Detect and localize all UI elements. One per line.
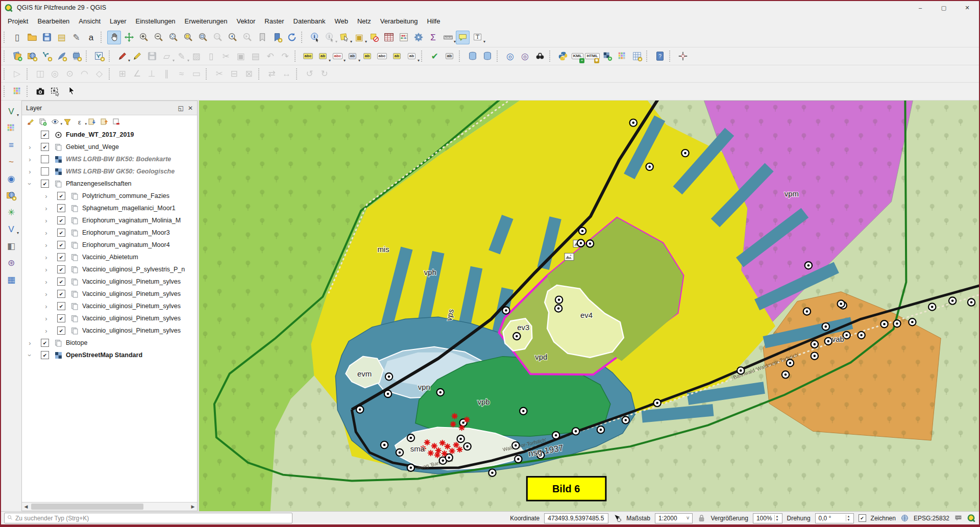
layer-visibility-checkbox[interactable]: ✔ xyxy=(57,290,65,298)
kml-export-icon[interactable]: KML+ xyxy=(571,49,584,63)
asterisk-tool-icon[interactable]: ✳ xyxy=(5,206,18,219)
magnifier-spinbox[interactable]: 100%▲▼ xyxy=(753,513,782,523)
scroll-right-icon[interactable]: ▶ xyxy=(189,504,197,509)
menu-projekt[interactable]: Projekt xyxy=(3,15,33,27)
new-print-layout-icon[interactable]: a xyxy=(84,31,98,44)
layer-item[interactable]: ✔Funde_WT_2017_2019 xyxy=(22,129,197,141)
expander-icon[interactable]: › xyxy=(42,229,50,237)
add-group-icon[interactable] xyxy=(38,117,48,127)
minimize-button[interactable]: – xyxy=(909,1,932,14)
menu-layer[interactable]: Layer xyxy=(105,15,131,27)
pan-to-selection-icon[interactable] xyxy=(122,31,136,44)
layer-visibility-checkbox[interactable]: ✔ xyxy=(57,314,65,322)
rotation-spinbox[interactable]: 0,0 °▲▼ xyxy=(815,513,854,523)
layer-item[interactable]: ›✔Pflanzengesellschaften xyxy=(22,178,197,190)
new-shapefile-layer-icon[interactable] xyxy=(40,49,54,63)
project-properties-icon[interactable]: ✎ xyxy=(69,31,83,44)
datasource-manager-icon[interactable] xyxy=(10,49,24,63)
open-project-icon[interactable] xyxy=(25,31,39,44)
layer-visibility-checkbox[interactable]: ✔ xyxy=(57,327,65,335)
expander-icon[interactable]: › xyxy=(42,205,50,212)
circle-tool-icon[interactable]: ◉ xyxy=(5,172,18,185)
add-raster-layer-icon[interactable] xyxy=(600,49,614,63)
current-edits-icon[interactable]: ▾ xyxy=(115,49,129,63)
menu-netz[interactable]: Netz xyxy=(353,15,376,27)
filter-by-expression-icon[interactable]: ε▾ xyxy=(75,117,85,127)
lock-scale-icon[interactable] xyxy=(697,514,706,522)
manage-map-themes-icon[interactable]: ▾ xyxy=(50,117,60,127)
check-geometries-icon[interactable]: ✔ xyxy=(428,49,442,63)
statistics-panel-icon[interactable] xyxy=(397,31,410,44)
layer-item[interactable]: ›✔Vaccinio_uliginosi_P_sylvestris_P_n xyxy=(22,263,197,275)
zoom-in-icon[interactable] xyxy=(137,31,151,44)
georeferencer-icon[interactable] xyxy=(10,85,24,98)
layer-item[interactable]: ›WMS LGRB-BW GK50: Geologische xyxy=(22,165,197,178)
layer-item[interactable]: ›WMS LGRB-BW BK50: Bodenkarte xyxy=(22,153,197,165)
layer-item[interactable]: ›✔Polytrichum_commune_Fazies xyxy=(22,190,197,202)
crs-globe-icon[interactable] xyxy=(900,514,909,522)
db-manager-icon[interactable] xyxy=(465,49,479,63)
menu-bearbeiten[interactable]: Bearbeiten xyxy=(33,15,74,27)
map-canvas[interactable]: Rundweg 'BannwaldWaldmoor-Torfstich'Bann… xyxy=(199,101,979,511)
layer-visibility-checkbox[interactable]: ✔ xyxy=(57,204,65,212)
layer-visibility-checkbox[interactable]: ✔ xyxy=(57,216,65,224)
autosave-icon[interactable]: ab xyxy=(443,49,456,63)
digitize-shape-icon[interactable]: V▾ xyxy=(5,105,18,118)
new-project-icon[interactable]: ▯ xyxy=(10,31,24,44)
deselect-features-icon[interactable] xyxy=(367,31,381,44)
layer-item[interactable]: ›✔Sphagnetum_magellanici_Moor1 xyxy=(22,202,197,214)
measure-icon[interactable]: ▾ xyxy=(441,31,455,44)
color-palette-grid-icon[interactable] xyxy=(615,49,629,63)
scrollbar-thumb[interactable] xyxy=(31,504,143,510)
grid-table-tool-icon[interactable]: ▦ xyxy=(5,273,18,286)
expander-icon[interactable]: › xyxy=(26,339,34,347)
expand-all-icon[interactable] xyxy=(87,117,97,127)
layer-item[interactable]: ›✔Vaccinio_uliginosi_Pinetum_sylves xyxy=(22,324,197,337)
layer-visibility-checkbox[interactable]: ✔ xyxy=(57,302,65,310)
photo-region-select-icon[interactable] xyxy=(48,85,62,98)
layer-item[interactable]: ›✔Vaccinio_uliginosi_Pinetum_sylves xyxy=(22,312,197,324)
vector-v-tool-icon[interactable]: V▾ xyxy=(5,222,18,236)
offline-editing-icon[interactable] xyxy=(480,49,494,63)
layer-item[interactable]: ›✔Vaccinio_uliginosi_Pinetum_sylves xyxy=(22,275,197,288)
zoom-out-icon[interactable] xyxy=(152,31,165,44)
maximize-button[interactable]: ▢ xyxy=(932,1,955,14)
show-bookmarks-icon[interactable] xyxy=(270,31,284,44)
layer-visibility-checkbox[interactable]: ✔ xyxy=(57,192,65,200)
layer-visibility-checkbox[interactable]: ✔ xyxy=(57,241,65,249)
layer-visibility-checkbox[interactable] xyxy=(41,167,49,175)
scale-combobox[interactable]: 1:2000˅ xyxy=(655,513,693,523)
float-panel-icon[interactable]: ◱ xyxy=(178,105,184,112)
half-square-tool-icon[interactable]: ◧ xyxy=(5,239,18,253)
expander-icon[interactable]: › xyxy=(26,168,34,175)
layer-item[interactable]: ›✔Vaccinio_uliginosi_Pinetum_sylves xyxy=(22,288,197,300)
coordinate-input[interactable]: 473493.9,5397485.5 xyxy=(544,513,608,523)
layer-visibility-checkbox[interactable]: ✔ xyxy=(41,351,49,359)
layer-item[interactable]: ›✔Eriophorum_vaginatum_Moor3 xyxy=(22,227,197,239)
layer-visibility-checkbox[interactable] xyxy=(41,155,49,163)
layer-diagram-icon[interactable]: ab▾ xyxy=(316,49,330,63)
change-label-icon[interactable]: ab▾ xyxy=(405,49,419,63)
globe-tool-icon[interactable] xyxy=(5,189,18,202)
expander-icon[interactable]: › xyxy=(42,278,50,286)
menu-einstellungen[interactable]: Einstellungen xyxy=(131,15,180,27)
metasearch-icon[interactable]: ◎ xyxy=(503,49,517,63)
import-photos-icon[interactable] xyxy=(33,85,47,98)
layer-styling-dock-icon[interactable] xyxy=(92,49,106,63)
save-project-icon[interactable] xyxy=(40,31,54,44)
grid-tools-icon[interactable] xyxy=(630,49,644,63)
layer-item[interactable]: ›✔Vaccinio_Abietetum xyxy=(22,251,197,263)
zoom-last-icon[interactable] xyxy=(226,31,239,44)
expander-icon[interactable]: › xyxy=(26,180,34,188)
open-attribute-table-icon[interactable] xyxy=(382,31,396,44)
close-button[interactable]: ✕ xyxy=(955,1,979,14)
menu-vektor[interactable]: Vektor xyxy=(232,15,260,27)
layer-item[interactable]: ›✔Gebiet_und_Wege xyxy=(22,141,197,153)
search-input[interactable]: Zu suchender Typ (Strg+K) xyxy=(4,513,292,523)
processing-toolbox-icon[interactable] xyxy=(411,31,425,44)
identify-features-icon[interactable]: i xyxy=(308,31,322,44)
expander-icon[interactable]: › xyxy=(42,241,50,249)
rows-tool-icon[interactable]: ≡ xyxy=(5,138,18,152)
menu-raster[interactable]: Raster xyxy=(260,15,288,27)
crosshair-icon[interactable] xyxy=(676,49,690,63)
